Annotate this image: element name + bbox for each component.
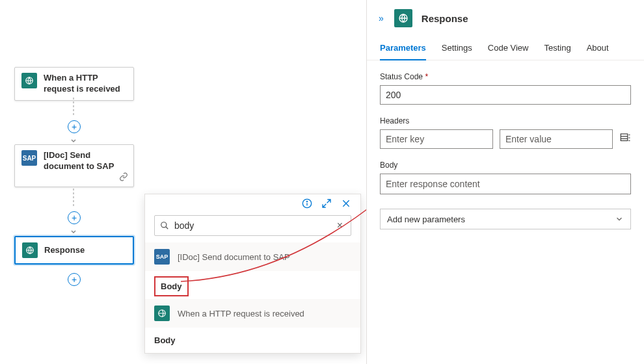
link-icon: [119, 172, 128, 184]
tab-settings[interactable]: Settings: [442, 39, 472, 60]
add-parameters-label: Add new parameters: [387, 214, 465, 224]
svg-point-7: [161, 222, 167, 228]
sap-icon: SAP: [21, 150, 37, 166]
workflow-node-sap[interactable]: SAP [IDoc] Send document to SAP: [14, 144, 134, 187]
svg-rect-11: [621, 134, 628, 141]
body-label: Body: [380, 161, 631, 170]
headers-label: Headers: [380, 116, 631, 125]
token-group-sap[interactable]: SAP [IDoc] Send document to SAP: [145, 242, 360, 271]
token-body-sap[interactable]: Body: [154, 276, 189, 296]
clear-icon[interactable]: ×: [334, 220, 345, 231]
svg-line-8: [166, 227, 168, 229]
workflow-node-trigger[interactable]: When a HTTP request is received: [14, 67, 134, 101]
collapse-icon[interactable]: »: [379, 13, 384, 23]
token-body-http[interactable]: Body: [145, 328, 360, 353]
svg-point-4: [306, 201, 307, 202]
tab-bar: Parameters Settings Code View Testing Ab…: [367, 39, 644, 60]
body-input[interactable]: [380, 174, 631, 194]
header-value-input[interactable]: [500, 129, 613, 149]
workflow-node-label: When a HTTP request is received: [44, 73, 127, 95]
chevron-down-icon: [70, 226, 77, 233]
close-icon[interactable]: [341, 198, 351, 211]
token-group-http[interactable]: When a HTTP request is received: [145, 299, 360, 328]
chevron-down-icon: [615, 214, 624, 224]
status-code-input[interactable]: [380, 85, 631, 105]
workflow-node-label: [IDoc] Send document to SAP: [44, 150, 127, 172]
token-group-label: [IDoc] Send document to SAP: [178, 252, 290, 262]
search-icon: [160, 221, 169, 230]
search-input[interactable]: [174, 220, 334, 231]
add-action-button[interactable]: +: [68, 120, 81, 133]
tab-testing[interactable]: Testing: [544, 39, 570, 60]
action-panel: » Response Parameters Settings Code View…: [366, 0, 644, 364]
status-code-label: Status Code *: [380, 72, 631, 81]
search-field[interactable]: ×: [154, 215, 351, 236]
expand-icon[interactable]: [321, 198, 332, 211]
tab-parameters[interactable]: Parameters: [380, 39, 426, 60]
workflow-node-label: Response: [44, 245, 85, 256]
sap-icon: SAP: [154, 249, 170, 265]
connector-line: [73, 188, 74, 208]
token-group-label: When a HTTP request is received: [178, 309, 304, 318]
request-icon: [21, 73, 37, 88]
workflow-node-response[interactable]: Response: [14, 236, 134, 265]
response-icon: [22, 242, 38, 258]
info-icon[interactable]: [302, 198, 312, 211]
chevron-down-icon: [70, 135, 77, 142]
add-action-button[interactable]: +: [68, 273, 81, 286]
table-mode-icon[interactable]: [619, 132, 631, 146]
connector-line: [73, 98, 74, 117]
add-action-button[interactable]: +: [68, 211, 81, 224]
tab-codeview[interactable]: Code View: [488, 39, 529, 60]
dynamic-content-picker: × SAP [IDoc] Send document to SAP Body W…: [144, 194, 361, 354]
tab-about[interactable]: About: [587, 39, 609, 60]
response-icon: [394, 9, 412, 27]
panel-title: Response: [422, 13, 468, 24]
add-parameters-dropdown[interactable]: Add new parameters: [380, 209, 631, 229]
request-icon: [154, 306, 170, 321]
header-key-input[interactable]: [380, 129, 493, 149]
